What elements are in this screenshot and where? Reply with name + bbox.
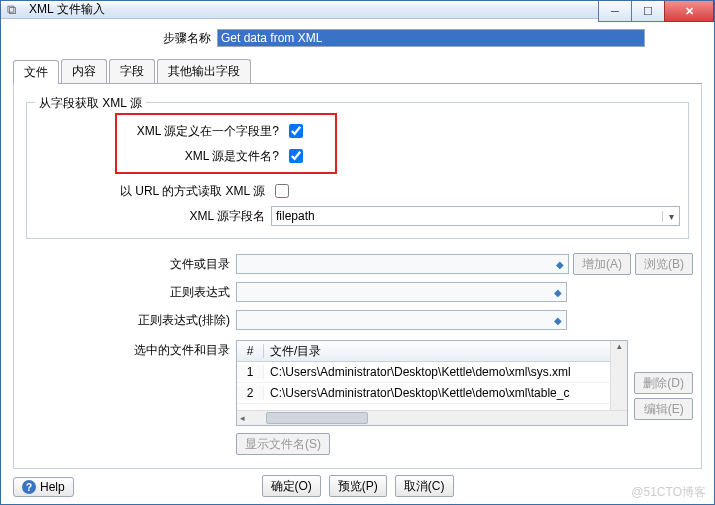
field-name-label: XML 源字段名 (35, 208, 271, 225)
header-path: 文件/目录 (264, 343, 610, 360)
table-header: # 文件/目录 (237, 341, 610, 362)
tab-bar: 文件 内容 字段 其他输出字段 (13, 59, 702, 84)
table-row[interactable]: 1 C:\Users\Administrator\Desktop\Kettle\… (237, 362, 610, 383)
help-area: ? Help (13, 477, 74, 497)
is-filename-checkbox[interactable] (289, 149, 303, 163)
window-title: XML 文件输入 (29, 1, 105, 18)
chevron-down-icon: ▾ (662, 211, 679, 222)
diamond-icon: ◆ (551, 285, 565, 299)
regex-exclude-input[interactable] (236, 310, 567, 330)
tab-content[interactable]: 内容 (61, 59, 107, 83)
add-button[interactable]: 增加(A) (573, 253, 631, 275)
step-name-input[interactable] (217, 29, 645, 47)
preview-button[interactable]: 预览(P) (329, 475, 387, 497)
table-side-buttons: 删除(D) 编辑(E) (634, 340, 693, 420)
xml-source-fieldset: 从字段获取 XML 源 XML 源定义在一个字段里? XML 源是文件名? 以 … (26, 102, 689, 239)
fieldset-legend: 从字段获取 XML 源 (35, 95, 146, 112)
diamond-icon: ◆ (553, 257, 567, 271)
dialog-buttons: 确定(O) 预览(P) 取消(C) (13, 469, 702, 503)
app-icon: ⧉ (7, 2, 23, 18)
cancel-button[interactable]: 取消(C) (395, 475, 454, 497)
highlight-box: XML 源定义在一个字段里? XML 源是文件名? (115, 113, 337, 174)
titlebar: ⧉ XML 文件输入 ─ ☐ ✕ (1, 1, 714, 19)
diamond-icon: ◆ (551, 313, 565, 327)
selected-files-label: 选中的文件和目录 (22, 340, 236, 359)
question-icon: ? (22, 480, 36, 494)
read-url-label: 以 URL 的方式读取 XML 源 (35, 183, 271, 200)
is-filename-label: XML 源是文件名? (119, 148, 285, 165)
defined-in-field-label: XML 源定义在一个字段里? (119, 123, 285, 140)
horizontal-scrollbar[interactable]: ◂ (237, 410, 627, 425)
content-area: 步骤名称 文件 内容 字段 其他输出字段 从字段获取 XML 源 XML 源定义… (1, 19, 714, 505)
dialog-window: ⧉ XML 文件输入 ─ ☐ ✕ 步骤名称 文件 内容 字段 其他输出字段 从字… (0, 0, 715, 505)
edit-button[interactable]: 编辑(E) (634, 398, 693, 420)
header-hash: # (237, 344, 264, 358)
step-name-label: 步骤名称 (163, 30, 211, 47)
files-table[interactable]: # 文件/目录 1 C:\Users\Administrator\Desktop… (236, 340, 628, 426)
field-name-dropdown[interactable]: filepath ▾ (271, 206, 680, 226)
browse-button[interactable]: 浏览(B) (635, 253, 693, 275)
regex-exclude-label: 正则表达式(排除) (22, 312, 236, 329)
tab-extra-fields[interactable]: 其他输出字段 (157, 59, 251, 83)
file-or-dir-label: 文件或目录 (22, 256, 236, 273)
regex-label: 正则表达式 (22, 284, 236, 301)
help-button[interactable]: ? Help (13, 477, 74, 497)
delete-button[interactable]: 删除(D) (634, 372, 693, 394)
ok-button[interactable]: 确定(O) (262, 475, 321, 497)
regex-input[interactable] (236, 282, 567, 302)
field-name-value: filepath (272, 209, 662, 223)
defined-in-field-checkbox[interactable] (289, 124, 303, 138)
table-row[interactable]: 2 C:\Users\Administrator\Desktop\Kettle\… (237, 383, 610, 404)
file-or-dir-input[interactable] (236, 254, 569, 274)
tab-fields[interactable]: 字段 (109, 59, 155, 83)
tab-panel-file: 从字段获取 XML 源 XML 源定义在一个字段里? XML 源是文件名? 以 … (13, 84, 702, 469)
scrollbar-thumb[interactable] (266, 412, 368, 424)
tab-file[interactable]: 文件 (13, 60, 59, 84)
show-filenames-button[interactable]: 显示文件名(S) (236, 433, 330, 455)
step-name-row: 步骤名称 (163, 29, 702, 47)
read-url-checkbox[interactable] (275, 184, 289, 198)
vertical-scrollbar[interactable]: ▴ (610, 341, 627, 410)
